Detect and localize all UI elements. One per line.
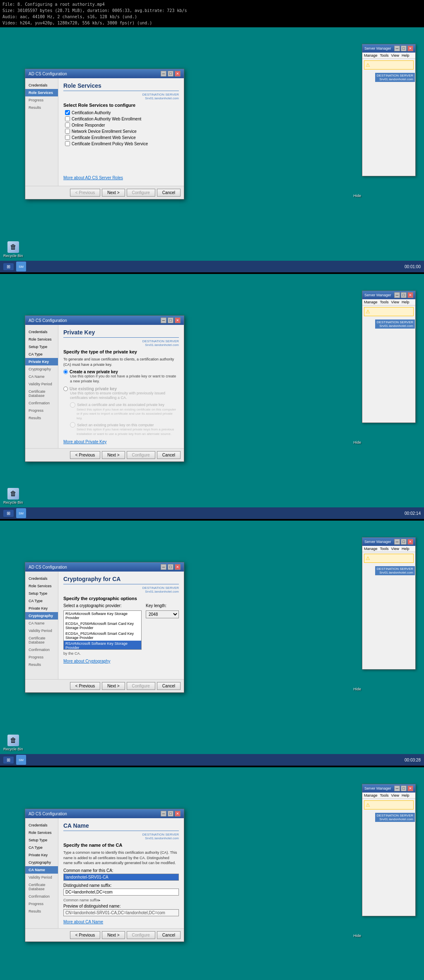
sm-tools-2[interactable]: Tools [380, 300, 389, 304]
sm-manage-4[interactable]: Manage [364, 793, 378, 797]
prev-btn-2[interactable]: < Previous [70, 451, 101, 459]
cancel-btn-2[interactable]: Cancel [157, 451, 181, 459]
next-btn-3[interactable]: Next > [102, 682, 125, 690]
sm-manage-2[interactable]: Manage [364, 300, 378, 304]
sm-close[interactable]: ✕ [407, 46, 413, 51]
adcs-restore-1[interactable]: □ [168, 71, 173, 77]
next-btn-4[interactable]: Next > [102, 931, 125, 939]
sm-manage-3[interactable]: Manage [364, 547, 378, 551]
sm-tools-4[interactable]: Tools [380, 793, 389, 797]
recycle-bin-1[interactable]: 🗑 Recycle Bin [3, 241, 23, 258]
sidebar-setuptype-3[interactable]: Setup Type [25, 590, 58, 597]
adcs-minimize-2[interactable]: ─ [161, 317, 166, 323]
adcs-close-3[interactable]: ✕ [175, 564, 181, 570]
sidebar-roleservices-1[interactable]: Role Services [25, 89, 58, 96]
recycle-bin-2[interactable]: 🗑 Recycle Bin [3, 488, 23, 504]
sm-help-2[interactable]: Help [402, 300, 410, 304]
sm-maximize[interactable]: □ [401, 46, 407, 51]
cancel-btn-1[interactable]: Cancel [157, 189, 181, 197]
sm-help-4[interactable]: Help [402, 793, 410, 797]
sm-close-4[interactable]: ✕ [407, 785, 413, 791]
sm-tools[interactable]: Tools [380, 53, 389, 58]
role-checkbox-0[interactable] [65, 110, 70, 115]
sidebar-crypto-4[interactable]: Cryptography [25, 859, 58, 866]
sidebar-roleservices-2[interactable]: Role Services [25, 336, 58, 343]
sm-view-2[interactable]: View [391, 300, 399, 304]
hide-link-4[interactable]: Hide [353, 933, 361, 938]
sidebar-crypto-3[interactable]: Cryptography [25, 612, 58, 620]
sm-close-3[interactable]: ✕ [407, 539, 413, 545]
more-about-4[interactable]: More about CA Name [63, 920, 179, 924]
role-checkbox-4[interactable] [65, 135, 70, 140]
sidebar-setuptype-2[interactable]: Setup Type [25, 343, 58, 351]
adcs-minimize-1[interactable]: ─ [161, 71, 166, 77]
provider-item-1[interactable]: ECDSA_P256#Microsoft Smart Card Key Stor… [64, 621, 141, 631]
adcs-minimize-3[interactable]: ─ [161, 564, 166, 570]
sidebar-privatekey-4[interactable]: Private Key [25, 851, 58, 859]
sidebar-credentials-4[interactable]: Credentials [25, 821, 58, 829]
adcs-restore-3[interactable]: □ [168, 564, 173, 570]
sidebar-credentials-3[interactable]: Credentials [25, 575, 58, 582]
more-about-1[interactable]: More about AD CS Server Roles [63, 175, 179, 180]
sidebar-credentials-2[interactable]: Credentials [25, 328, 58, 336]
sm-tools-3[interactable]: Tools [380, 547, 389, 551]
adcs-close-1[interactable]: ✕ [175, 71, 181, 77]
prev-btn-4[interactable]: < Previous [70, 931, 101, 939]
adcs-restore-4[interactable]: □ [168, 811, 173, 817]
adcs-minimize-4[interactable]: ─ [161, 811, 166, 817]
sidebar-privatekey-3[interactable]: Private Key [25, 605, 58, 612]
sm-help[interactable]: Help [402, 53, 410, 58]
sm-view-4[interactable]: View [391, 793, 399, 797]
hide-link-2[interactable]: Hide [353, 440, 361, 444]
sidebar-setuptype-4[interactable]: Setup Type [25, 836, 58, 844]
sidebar-roleservices-4[interactable]: Role Services [25, 829, 58, 836]
sm-manage[interactable]: Manage [364, 53, 378, 58]
adcs-close-4[interactable]: ✕ [175, 811, 181, 817]
sidebar-catype-2[interactable]: CA Type [25, 351, 58, 358]
hide-link-1[interactable]: Hide [353, 193, 361, 198]
keylength-select[interactable]: 2048 1024 4096 [146, 610, 179, 618]
more-about-3[interactable]: More about Cryptography [63, 659, 179, 663]
sidebar-catype-3[interactable]: CA Type [25, 597, 58, 605]
provider-listbox[interactable]: RSA#Microsoft Software Key Storage Provi… [63, 610, 142, 650]
sm-maximize-4[interactable]: □ [401, 785, 407, 791]
sm-minimize-3[interactable]: ─ [394, 539, 400, 545]
adcs-restore-2[interactable]: □ [168, 317, 173, 323]
sidebar-catype-4[interactable]: CA Type [25, 844, 58, 851]
next-btn-2[interactable]: Next > [102, 451, 125, 459]
sm-maximize-3[interactable]: □ [401, 539, 407, 545]
sidebar-credentials-1[interactable]: Credentials [25, 82, 58, 89]
provider-item-0[interactable]: RSA#Microsoft Software Key Storage Provi… [64, 611, 141, 621]
next-btn-1[interactable]: Next > [102, 189, 125, 197]
sidebar-caname-4[interactable]: CA Name [25, 866, 58, 874]
cancel-btn-4[interactable]: Cancel [157, 931, 181, 939]
start-btn-1[interactable]: ⊞ [3, 263, 14, 270]
sm-taskbar-icon-3[interactable]: SM [16, 755, 26, 765]
role-checkbox-1[interactable] [65, 116, 70, 121]
cancel-btn-3[interactable]: Cancel [157, 682, 181, 690]
provider-item-2[interactable]: ECDSA_P521#Microsoft Smart Card Key Stor… [64, 631, 141, 641]
pk-existing-label[interactable]: Use existing private key [63, 387, 179, 391]
start-btn-3[interactable]: ⊞ [3, 757, 14, 764]
sm-minimize-2[interactable]: ─ [394, 292, 400, 298]
sm-taskbar-icon-2[interactable]: SM [16, 508, 26, 518]
pk-create-label[interactable]: Create a new private key [63, 370, 179, 374]
configure-btn-2[interactable]: Configure [127, 451, 155, 459]
sm-maximize-2[interactable]: □ [401, 292, 407, 298]
recycle-bin-3[interactable]: 🗑 Recycle Bin [3, 735, 23, 751]
sm-help-3[interactable]: Help [402, 547, 410, 551]
sidebar-privatekey-2[interactable]: Private Key [25, 358, 58, 365]
role-checkbox-5[interactable] [65, 141, 70, 146]
configure-btn-3[interactable]: Configure [127, 682, 155, 690]
hide-link-3[interactable]: Hide [353, 686, 361, 691]
sm-view-3[interactable]: View [391, 547, 399, 551]
more-about-2[interactable]: More about Private Key [63, 440, 179, 444]
sm-close-2[interactable]: ✕ [407, 292, 413, 298]
prev-btn-3[interactable]: < Previous [70, 682, 101, 690]
sm-minimize-4[interactable]: ─ [394, 785, 400, 791]
dn-suffix-input[interactable] [63, 889, 179, 896]
sm-taskbar-icon-1[interactable]: SM [16, 262, 26, 271]
pk-create-radio[interactable] [63, 370, 68, 374]
adcs-close-2[interactable]: ✕ [175, 317, 181, 323]
configure-btn-1[interactable]: Configure [127, 189, 155, 197]
